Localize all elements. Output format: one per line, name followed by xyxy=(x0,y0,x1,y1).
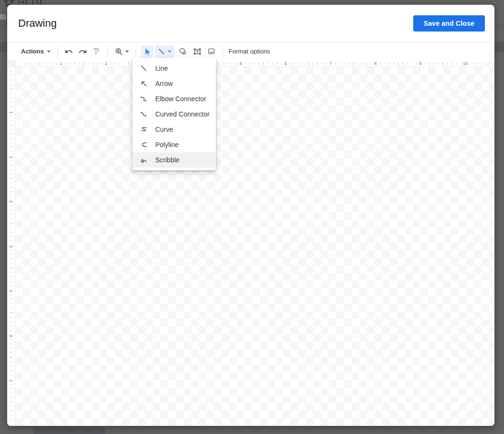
text-box-tool-button[interactable] xyxy=(191,45,204,58)
ruler-number: 5 xyxy=(239,61,242,66)
text-box-tool-icon xyxy=(193,47,202,56)
menu-item-line[interactable]: Line xyxy=(132,61,216,76)
menu-item-polyline[interactable]: Polyline xyxy=(132,137,216,152)
ruler-number: 1 xyxy=(60,61,62,66)
zoom-icon xyxy=(115,47,123,56)
ruler-number: 7 xyxy=(9,377,13,382)
ruler-number: 7 xyxy=(329,61,332,66)
paint-format-icon xyxy=(92,47,100,55)
ruler-number: 6 xyxy=(284,61,287,66)
drawing-canvas[interactable] xyxy=(15,67,494,426)
image-tool-icon xyxy=(207,47,215,55)
format-options-button[interactable]: Format options xyxy=(229,48,270,55)
arrow-icon xyxy=(140,80,148,87)
line-tool-button[interactable] xyxy=(155,45,174,58)
redo-icon xyxy=(78,47,87,56)
toolbar-separator xyxy=(107,46,108,57)
select-tool-icon xyxy=(143,47,151,56)
chevron-down-icon xyxy=(168,51,172,53)
undo-icon xyxy=(64,47,73,56)
actions-label: Actions xyxy=(21,48,44,55)
horizontal-ruler: 12345678910 xyxy=(15,60,494,67)
save-and-close-button[interactable]: Save and Close xyxy=(413,15,485,32)
menu-item-arrow[interactable]: Arrow xyxy=(132,76,216,91)
line-tool-menu: LineArrowElbow ConnectorCurved Connector… xyxy=(132,58,216,170)
undo-button[interactable] xyxy=(63,45,75,58)
line-tool-icon xyxy=(158,48,165,55)
toolbar-separator xyxy=(136,46,136,57)
actions-menu-button[interactable]: Actions xyxy=(19,48,53,55)
ruler-number: 1 xyxy=(9,109,13,114)
shape-tool-icon xyxy=(179,47,187,55)
menu-item-label: Arrow xyxy=(155,80,173,87)
menu-item-label: Scribble xyxy=(155,156,180,164)
toolbar-separator xyxy=(223,46,223,57)
ruler-corner xyxy=(7,60,15,67)
ruler-number: 8 xyxy=(374,61,376,66)
ruler-number: 2 xyxy=(9,154,13,159)
ruler-number: 6 xyxy=(9,332,13,337)
chevron-down-icon xyxy=(125,51,129,53)
menu-item-label: Curved Connector xyxy=(155,110,210,118)
chevron-down-icon xyxy=(47,51,51,53)
ruler-number: 9 xyxy=(419,61,421,66)
zoom-button[interactable] xyxy=(113,45,131,58)
polyline-icon xyxy=(140,141,148,148)
menu-item-label: Line xyxy=(155,64,168,72)
ruler-number: 10 xyxy=(463,61,468,66)
elbow-connector-icon xyxy=(140,95,148,103)
menu-item-label: Elbow Connector xyxy=(155,95,206,103)
scribble-icon xyxy=(140,156,148,164)
menu-item-label: Curve xyxy=(155,126,173,133)
menu-item-scribble[interactable]: Scribble xyxy=(132,152,216,168)
vertical-ruler: 1234567 xyxy=(7,67,15,426)
curve-icon xyxy=(140,126,148,133)
paint-format-button[interactable] xyxy=(90,45,103,58)
ruler-number: 5 xyxy=(9,287,13,292)
dialog-title: Drawing xyxy=(18,17,413,30)
menu-item-curved-connector[interactable]: Curved Connector xyxy=(132,106,216,122)
redo-button[interactable] xyxy=(76,45,89,58)
menu-item-label: Polyline xyxy=(155,141,179,148)
ruler-number: 3 xyxy=(9,198,13,203)
ruler-number: 2 xyxy=(105,61,107,66)
drawing-toolbar: Actions xyxy=(7,42,494,60)
select-tool-button[interactable] xyxy=(141,45,153,58)
toolbar-separator xyxy=(57,46,58,57)
image-tool-button[interactable] xyxy=(205,45,218,58)
dialog-header: Drawing Save and Close xyxy=(7,5,494,42)
menu-item-curve[interactable]: Curve xyxy=(132,122,216,137)
menu-item-elbow-connector[interactable]: Elbow Connector xyxy=(132,91,216,106)
drawing-dialog: Drawing Save and Close Actions xyxy=(7,5,494,426)
line-icon xyxy=(140,64,148,72)
backdrop-link[interactable]: as xyxy=(0,12,6,20)
curved-connector-icon xyxy=(140,110,148,118)
shape-tool-button[interactable] xyxy=(177,45,189,58)
ruler-number: 4 xyxy=(9,243,13,248)
backdrop-bottom-element xyxy=(33,427,105,434)
